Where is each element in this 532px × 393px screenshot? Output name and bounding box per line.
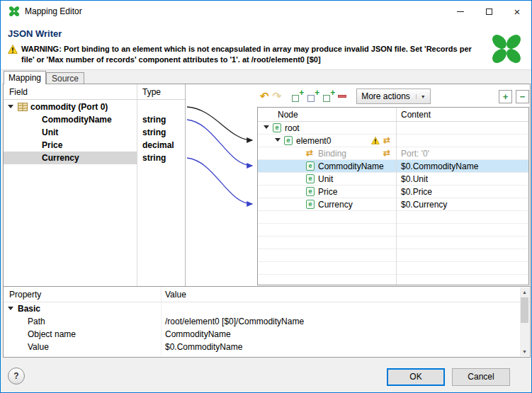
remove-icon[interactable] bbox=[338, 95, 346, 98]
property-name: Value bbox=[28, 342, 49, 352]
help-button[interactable]: ? bbox=[8, 368, 25, 385]
redo-icon[interactable]: ↷ bbox=[273, 91, 282, 102]
tab-mapping[interactable]: Mapping bbox=[4, 71, 46, 84]
mapping-arrow-commodityname bbox=[187, 120, 252, 166]
field-name: CommodityName bbox=[42, 115, 112, 125]
tree-header: Node Content bbox=[258, 108, 528, 122]
add-attribute-icon[interactable]: + bbox=[322, 91, 334, 103]
property-group-basic[interactable]: Basic bbox=[4, 302, 521, 315]
property-name: Path bbox=[28, 317, 45, 326]
collapse-chevron-icon[interactable] bbox=[8, 307, 13, 310]
tree-row-empty bbox=[258, 262, 528, 275]
binding-swap-icon: ⇄ bbox=[306, 148, 313, 158]
binding-swap-icon: ⇄ bbox=[383, 148, 390, 158]
field-root-row[interactable]: commodity (Port 0) bbox=[4, 101, 185, 113]
tree-row-currency[interactable]: e Currency $0.Currency bbox=[258, 198, 528, 211]
field-row[interactable]: Unit string bbox=[4, 126, 185, 139]
tree-row-root[interactable]: e root bbox=[258, 122, 528, 135]
binding-swap-icon: ⇄ bbox=[383, 135, 390, 145]
fields-table-header: Field Type bbox=[4, 84, 185, 100]
column-header-field: Field bbox=[9, 87, 28, 97]
property-name: Object name bbox=[28, 329, 76, 339]
element-icon: e bbox=[284, 136, 293, 145]
add-child-element-icon[interactable]: + bbox=[291, 91, 303, 103]
tree-node-label: Price bbox=[318, 187, 337, 197]
minimize-button[interactable] bbox=[446, 1, 475, 22]
property-row-object-name[interactable]: Object name CommodityName bbox=[4, 328, 521, 341]
mapping-arrow-currency bbox=[187, 158, 252, 204]
collapse-all-button[interactable]: − bbox=[516, 90, 529, 103]
tree-row-empty bbox=[258, 224, 528, 237]
collapse-chevron-icon[interactable] bbox=[8, 105, 13, 108]
dropdown-caret-icon: ▼ bbox=[416, 94, 426, 99]
field-type: decimal bbox=[142, 140, 174, 150]
field-row-selected[interactable]: Currency string bbox=[4, 152, 185, 164]
tree-row-empty bbox=[258, 275, 528, 285]
field-type: string bbox=[142, 153, 166, 163]
column-header-value: Value bbox=[165, 290, 186, 300]
properties-scrollbar[interactable]: ▲ ▼ bbox=[520, 287, 529, 356]
record-icon bbox=[18, 103, 28, 113]
property-value: $0.CommodityName bbox=[165, 342, 242, 352]
mapping-arrows bbox=[186, 84, 257, 226]
tree-node-content: $0.Price bbox=[401, 187, 432, 197]
field-row[interactable]: CommodityName string bbox=[4, 113, 185, 126]
tree-row-commodityname[interactable]: e CommodityName $0.CommodityName bbox=[258, 160, 528, 173]
properties-panel: Property Value Basic Path /root/element0… bbox=[3, 286, 531, 358]
ok-button[interactable]: OK bbox=[387, 368, 445, 386]
properties-header: Property Value bbox=[4, 287, 530, 302]
expand-all-button[interactable]: + bbox=[499, 90, 512, 103]
tree-node-label: CommodityName bbox=[318, 161, 384, 171]
property-row-value[interactable]: Value $0.CommodityName bbox=[4, 341, 521, 353]
fields-table: Field Type commodity (Port 0) CommodityN… bbox=[4, 84, 186, 286]
maximize-button[interactable] bbox=[475, 1, 503, 22]
app-clover-icon bbox=[9, 6, 20, 19]
element-icon: e bbox=[306, 187, 315, 196]
window-title: Mapping Editor bbox=[25, 6, 82, 16]
json-structure-tree: Node Content e root e element0 ⇄ ⇄ Bindi bbox=[257, 107, 529, 285]
undo-icon[interactable]: ↶ bbox=[260, 91, 269, 102]
tree-row-binding[interactable]: ⇄ Binding ⇄ Port: '0' bbox=[258, 147, 528, 160]
scrollbar-thumb[interactable] bbox=[521, 297, 528, 323]
property-value: /root/element0 [$0]/CommodityName bbox=[165, 317, 304, 326]
field-row[interactable]: Price decimal bbox=[4, 139, 185, 152]
field-name: Price bbox=[42, 140, 62, 150]
add-sibling-element-icon[interactable]: + bbox=[307, 91, 319, 103]
cancel-button[interactable]: Cancel bbox=[452, 368, 510, 386]
close-icon: × bbox=[514, 6, 521, 17]
tab-source[interactable]: Source bbox=[46, 72, 84, 84]
column-header-content: Content bbox=[401, 110, 431, 120]
field-name: Currency bbox=[42, 153, 79, 163]
element-icon: e bbox=[306, 161, 315, 171]
tree-node-label: Binding bbox=[318, 149, 346, 159]
scroll-up-arrow-icon[interactable]: ▲ bbox=[520, 287, 529, 297]
field-type: string bbox=[142, 127, 166, 137]
close-button[interactable]: × bbox=[503, 1, 531, 22]
tree-row-empty bbox=[258, 211, 528, 224]
element-icon: e bbox=[273, 123, 281, 132]
more-actions-button[interactable]: More actions ▼ bbox=[356, 89, 431, 104]
tree-row-price[interactable]: e Price $0.Price bbox=[258, 186, 528, 198]
titlebar: Mapping Editor × bbox=[1, 1, 531, 22]
window-controls: × bbox=[446, 1, 531, 22]
tree-row-empty bbox=[258, 249, 528, 262]
more-actions-label: More actions bbox=[361, 91, 410, 101]
clover-logo bbox=[490, 33, 523, 67]
property-row-path[interactable]: Path /root/element0 [$0]/CommodityName bbox=[4, 315, 521, 328]
collapse-chevron-icon[interactable] bbox=[264, 125, 269, 129]
warning-icon bbox=[8, 45, 18, 56]
mapping-editor-dialog: Mapping Editor × JSON Writer WARNING: Po… bbox=[0, 0, 532, 393]
tree-node-label: Currency bbox=[318, 200, 353, 210]
field-type: string bbox=[142, 115, 166, 125]
property-group-label: Basic bbox=[18, 304, 40, 314]
tree-node-label: Unit bbox=[318, 174, 333, 184]
collapse-chevron-icon[interactable] bbox=[275, 138, 281, 142]
tree-node-content: Port: '0' bbox=[401, 149, 429, 159]
scroll-down-arrow-icon[interactable]: ▼ bbox=[520, 347, 529, 356]
field-root-label: commodity (Port 0) bbox=[30, 102, 108, 112]
minimize-icon bbox=[457, 11, 464, 12]
tree-node-label: root bbox=[285, 123, 300, 133]
page-title: JSON Writer bbox=[8, 28, 62, 39]
tree-row-element0[interactable]: e element0 ⇄ bbox=[258, 135, 528, 147]
tree-row-unit[interactable]: e Unit $0.Unit bbox=[258, 173, 528, 186]
